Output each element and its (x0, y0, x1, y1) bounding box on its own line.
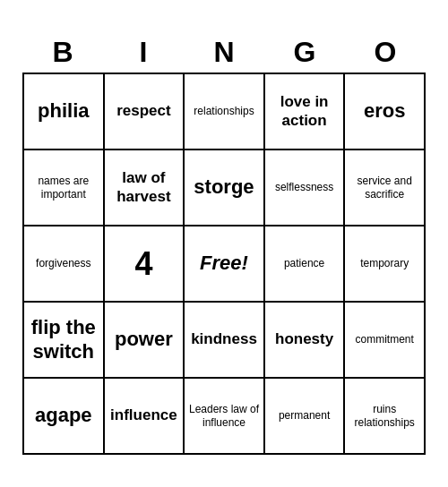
bingo-cell: eros (345, 74, 426, 150)
cell-text: service and sacrifice (349, 175, 420, 201)
bingo-grid: philiarespectrelationshipslove in action… (22, 73, 426, 455)
bingo-cell: storge (185, 150, 265, 226)
cell-text: storge (194, 175, 254, 199)
cell-text: Free! (200, 252, 248, 275)
bingo-cell: 4 (105, 226, 185, 303)
bingo-cell: philia (24, 74, 105, 150)
header-letter: O (345, 32, 426, 73)
cell-text: names are important (28, 175, 99, 201)
cell-text: flip the switch (28, 316, 99, 363)
bingo-cell: selflessness (265, 150, 346, 226)
cell-text: relationships (194, 105, 254, 117)
bingo-cell: relationships (185, 74, 265, 150)
cell-text: forgiveness (36, 257, 90, 269)
cell-text: law of harvest (108, 169, 180, 206)
bingo-cell: commitment (345, 303, 426, 379)
cell-text: honesty (275, 330, 333, 348)
bingo-cell: names are important (24, 150, 105, 226)
bingo-cell: honesty (265, 303, 346, 379)
cell-text: Leaders law of influence (188, 403, 260, 429)
bingo-cell: power (105, 303, 185, 379)
bingo-cell: law of harvest (105, 150, 185, 226)
cell-text: patience (284, 257, 324, 269)
cell-text: agape (35, 404, 92, 427)
bingo-cell: influence (105, 379, 185, 455)
bingo-cell: permanent (265, 379, 346, 455)
cell-text: ruins relationships (349, 403, 420, 429)
bingo-cell: patience (265, 226, 346, 303)
cell-text: permanent (279, 409, 330, 422)
cell-text: eros (364, 99, 405, 123)
cell-text: selflessness (275, 181, 333, 193)
header-letter: I (103, 32, 184, 73)
bingo-header: BINGO (22, 32, 426, 73)
cell-text: respect (116, 102, 170, 120)
bingo-cell: Leaders law of influence (185, 379, 265, 455)
cell-text: influence (110, 406, 177, 424)
cell-text: kindness (191, 330, 257, 348)
bingo-cell: respect (105, 74, 185, 150)
bingo-cell: Free! (185, 226, 265, 303)
bingo-cell: ruins relationships (345, 379, 426, 455)
cell-text: temporary (360, 257, 409, 269)
bingo-cell: service and sacrifice (345, 150, 426, 226)
cell-text: love in action (269, 93, 340, 130)
bingo-cell: kindness (185, 303, 265, 379)
bingo-cell: forgiveness (24, 226, 105, 303)
header-letter: G (264, 32, 345, 73)
cell-text: commitment (356, 333, 414, 346)
header-letter: B (22, 32, 103, 73)
bingo-cell: agape (24, 379, 105, 455)
bingo-card: BINGO philiarespectrelationshipslove in … (13, 23, 435, 464)
header-letter: N (184, 32, 264, 73)
cell-text: philia (38, 99, 89, 123)
bingo-cell: temporary (345, 226, 426, 303)
cell-text: 4 (134, 244, 152, 283)
bingo-cell: flip the switch (24, 303, 105, 379)
bingo-cell: love in action (265, 74, 346, 150)
cell-text: power (115, 328, 173, 351)
